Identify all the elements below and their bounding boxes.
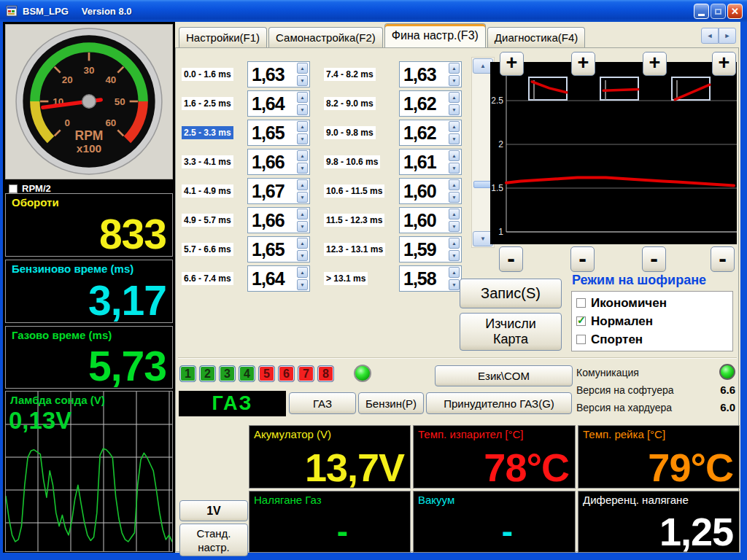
gas-button[interactable]: ГАЗ [289, 392, 356, 414]
correction-spinner[interactable]: 1,63 [399, 61, 462, 88]
map-thumbnail-2[interactable] [600, 77, 639, 101]
map-increase-button-1[interactable]: + [500, 52, 524, 76]
injection-range-label[interactable]: 10.6 - 11.5 ms [324, 184, 384, 198]
spin-down-icon[interactable] [449, 104, 460, 115]
map-decrease-button-4[interactable]: - [711, 246, 735, 272]
injection-range-label[interactable]: 6.6 - 7.4 ms [182, 272, 233, 285]
injection-range-label[interactable]: 2.5 - 3.3 ms [182, 126, 233, 139]
spin-up-icon[interactable] [449, 267, 460, 278]
injection-range-label[interactable]: 8.2 - 9.0 ms [324, 97, 376, 110]
spin-down-icon[interactable] [449, 163, 460, 174]
language-com-button[interactable]: Език\COM [435, 365, 573, 386]
tab-scroll-left-icon[interactable]: ◄ [701, 28, 719, 44]
tab[interactable]: Диагностика(F4) [487, 27, 585, 47]
correction-spinner[interactable]: 1,65 [247, 236, 310, 262]
injection-range-label[interactable]: 9.8 - 10.6 ms [324, 155, 380, 168]
spin-up-icon[interactable] [297, 238, 308, 249]
drive-mode-option[interactable]: Икономичен [576, 296, 728, 311]
spin-down-icon[interactable] [297, 75, 308, 86]
correction-spinner[interactable]: 1,62 [399, 120, 462, 146]
spin-down-icon[interactable] [297, 221, 308, 232]
correction-spinner[interactable]: 1,59 [399, 236, 462, 262]
drive-mode-option[interactable]: Спортен [576, 332, 728, 347]
spin-down-icon[interactable] [297, 250, 308, 261]
injection-range-label[interactable]: 1.6 - 2.5 ms [182, 97, 233, 110]
injection-range-label[interactable]: 12.3 - 13.1 ms [324, 243, 385, 256]
checkbox-icon[interactable] [576, 298, 586, 308]
spin-down-icon[interactable] [449, 133, 460, 144]
correction-spinner[interactable]: 1,66 [247, 207, 310, 233]
tab-scroll-right-icon[interactable]: ► [719, 28, 736, 44]
spin-down-icon[interactable] [297, 104, 308, 115]
map-thumbnail-3[interactable] [671, 77, 711, 101]
injection-range-label[interactable]: 4.9 - 5.7 ms [182, 214, 233, 227]
correction-spinner[interactable]: 1,61 [399, 149, 462, 175]
correction-spinner[interactable]: 1,67 [247, 178, 310, 204]
correction-spinner[interactable]: 1,63 [247, 61, 310, 88]
calculate-map-button[interactable]: Изчисли Карта [460, 313, 562, 351]
spin-down-icon[interactable] [449, 192, 460, 203]
petrol-button[interactable]: Бензин(P) [358, 392, 424, 414]
close-button[interactable]: ✕ [727, 4, 743, 19]
correction-spinner[interactable]: 1,64 [247, 265, 310, 292]
map-increase-button-2[interactable]: + [571, 52, 595, 76]
minimize-button[interactable] [694, 4, 709, 19]
tab[interactable]: Фина настр.(F3) [384, 23, 486, 47]
spin-up-icon[interactable] [297, 150, 308, 161]
tab[interactable]: Самонастройка(F2) [268, 27, 383, 47]
correction-spinner[interactable]: 1,58 [399, 265, 462, 292]
spin-down-icon[interactable] [297, 192, 308, 203]
one-volt-button[interactable]: 1V [179, 500, 248, 521]
injection-range-label[interactable]: 4.1 - 4.9 ms [182, 184, 233, 198]
forced-gas-button[interactable]: Принудително ГАЗ(G) [426, 392, 572, 414]
spin-up-icon[interactable] [449, 179, 460, 190]
correction-spinner[interactable]: 1,64 [247, 90, 310, 117]
spin-up-icon[interactable] [297, 63, 308, 74]
map-decrease-button-3[interactable]: - [642, 246, 666, 272]
spin-down-icon[interactable] [449, 75, 460, 86]
maximize-button[interactable] [711, 4, 726, 19]
spin-up-icon[interactable] [297, 92, 308, 103]
spin-down-icon[interactable] [449, 250, 460, 261]
spin-up-icon[interactable] [449, 63, 460, 74]
checkbox-icon[interactable] [576, 316, 586, 326]
spin-up-icon[interactable] [449, 238, 460, 249]
spin-up-icon[interactable] [449, 121, 460, 132]
correction-spinner[interactable]: 1,62 [399, 90, 462, 117]
injection-range-label[interactable]: 11.5 - 12.3 ms [324, 214, 384, 227]
drive-mode-option[interactable]: Нормален [576, 314, 728, 329]
injection-range-label[interactable]: 9.0 - 9.8 ms [324, 126, 376, 139]
save-button[interactable]: Запис(S) [460, 279, 562, 308]
spin-up-icon[interactable] [297, 179, 308, 190]
correction-spinner[interactable]: 1,66 [247, 149, 310, 175]
standard-settings-button[interactable]: Станд. настр. [179, 524, 248, 556]
spin-down-icon[interactable] [449, 279, 460, 290]
spin-down-icon[interactable] [297, 163, 308, 174]
spin-up-icon[interactable] [449, 150, 460, 161]
injection-range-label[interactable]: 5.7 - 6.6 ms [182, 243, 233, 256]
injection-range-label[interactable]: > 13.1 ms [324, 272, 368, 285]
correction-spinner[interactable]: 1,65 [247, 120, 310, 146]
tab[interactable]: Настройки(F1) [179, 27, 267, 47]
spin-up-icon[interactable] [297, 209, 308, 219]
spin-down-icon[interactable] [297, 133, 308, 144]
map-thumbnail-1[interactable] [528, 77, 568, 101]
spin-up-icon[interactable] [449, 209, 460, 219]
map-increase-button-4[interactable]: + [712, 52, 736, 76]
rpm-half-toggle[interactable]: RPM/2 [9, 183, 51, 194]
injection-range-label[interactable]: 7.4 - 8.2 ms [324, 68, 376, 81]
injection-range-label[interactable]: 0.0 - 1.6 ms [182, 68, 233, 81]
spin-up-icon[interactable] [297, 121, 308, 132]
spin-up-icon[interactable] [297, 267, 308, 278]
checkbox-icon[interactable] [576, 335, 586, 344]
injection-range-label[interactable]: 3.3 - 4.1 ms [182, 155, 233, 168]
correction-spinner[interactable]: 1,60 [399, 207, 462, 233]
spin-up-icon[interactable] [449, 92, 460, 103]
checkbox-icon[interactable] [9, 184, 18, 193]
spin-down-icon[interactable] [297, 279, 308, 290]
correction-spinner[interactable]: 1,60 [399, 178, 462, 204]
spin-down-icon[interactable] [449, 221, 460, 232]
map-decrease-button-1[interactable]: - [499, 246, 523, 272]
map-increase-button-3[interactable]: + [643, 52, 667, 76]
map-decrease-button-2[interactable]: - [570, 246, 595, 272]
